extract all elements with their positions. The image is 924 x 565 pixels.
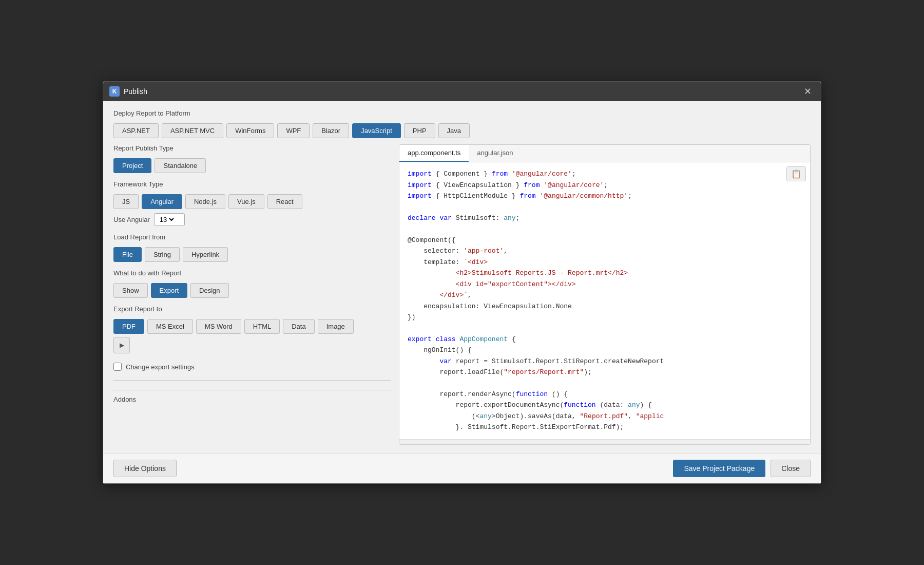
title-bar-left: K Publish [109,86,147,97]
publish-project-btn[interactable]: Project [113,158,151,173]
publish-dialog: K Publish ✕ Deploy Report to Platform AS… [103,81,821,484]
platform-aspnet-mvc[interactable]: ASP.NET MVC [162,123,223,138]
angular-version-label: Use Angular [113,216,150,223]
angular-version-select[interactable]: 13 12 11 10 [154,213,185,226]
publish-type-row: Project Standalone [113,158,391,173]
export-msword-btn[interactable]: MS Word [196,319,241,334]
export-to-row: PDF MS Excel MS Word HTML Data Image [113,319,391,334]
change-export-checkbox[interactable] [113,363,122,371]
framework-section: Framework Type JS Angular Node.js Vue.js… [113,180,391,226]
action-design-btn[interactable]: Design [190,283,228,298]
framework-row: JS Angular Node.js Vue.js React [113,194,391,209]
play-btn-row: ▶ [113,337,391,353]
dialog-body: Deploy Report to Platform ASP.NET ASP.NE… [103,101,821,453]
load-report-section: Load Report from File String Hyperlink [113,233,391,262]
deploy-label: Deploy Report to Platform [113,109,811,117]
platform-winforms[interactable]: WinForms [226,123,274,138]
separator [113,380,391,381]
report-action-section: What to do with Report Show Export Desig… [113,269,391,298]
load-report-label: Load Report from [113,233,391,241]
load-report-row: File String Hyperlink [113,247,391,262]
platform-java[interactable]: Java [438,123,470,138]
change-export-row: Change export settings [113,363,391,371]
framework-angular[interactable]: Angular [142,194,182,209]
export-data-btn[interactable]: Data [283,319,314,334]
angular-version-row: Use Angular 13 12 11 10 [113,213,391,226]
action-show-btn[interactable]: Show [113,283,148,298]
code-panel: app.component.ts angular.json 📋 import {… [399,144,811,445]
export-to-label: Export Report to [113,305,391,313]
save-project-button[interactable]: Save Project Package [673,460,765,477]
platform-php[interactable]: PHP [404,123,435,138]
main-content: Report Publish Type Project Standalone F… [113,144,811,445]
load-hyperlink-btn[interactable]: Hyperlink [183,247,228,262]
scrollbar-filler [399,439,810,444]
export-image-btn[interactable]: Image [318,319,354,334]
platform-aspnet[interactable]: ASP.NET [113,123,159,138]
tab-app-component[interactable]: app.component.ts [399,145,469,162]
title-close-button[interactable]: ✕ [801,85,815,98]
angular-version-dropdown[interactable]: 13 12 11 10 [158,215,176,224]
framework-react[interactable]: React [267,194,302,209]
framework-nodejs[interactable]: Node.js [185,194,225,209]
report-action-row: Show Export Design [113,283,391,298]
code-tabs: app.component.ts angular.json [399,145,810,162]
export-html-btn[interactable]: HTML [244,319,280,334]
report-action-label: What to do with Report [113,269,391,277]
platform-row: ASP.NET ASP.NET MVC WinForms WPF Blazor … [113,123,811,138]
publish-type-label: Report Publish Type [113,144,391,152]
load-string-btn[interactable]: String [145,247,180,262]
play-button[interactable]: ▶ [113,337,130,353]
platform-javascript[interactable]: JavaScript [352,123,401,138]
action-export-btn[interactable]: Export [151,283,188,298]
close-button[interactable]: Close [771,460,811,477]
change-export-label: Change export settings [126,363,195,371]
tab-angular-json[interactable]: angular.json [469,145,521,162]
platform-wpf[interactable]: WPF [277,123,310,138]
framework-label: Framework Type [113,180,391,188]
export-pdf-btn[interactable]: PDF [113,319,144,334]
export-to-section: Export Report to PDF MS Excel MS Word HT… [113,305,391,353]
deploy-section: Deploy Report to Platform ASP.NET ASP.NE… [113,109,811,138]
title-bar: K Publish ✕ [103,82,821,101]
addons-section: Addons [113,390,391,403]
publish-type-section: Report Publish Type Project Standalone [113,144,391,173]
footer-left: Hide Options [113,460,177,477]
footer-right: Save Project Package Close [673,460,811,477]
load-file-btn[interactable]: File [113,247,142,262]
app-icon: K [109,86,120,97]
hide-options-button[interactable]: Hide Options [113,460,177,477]
export-msexcel-btn[interactable]: MS Excel [147,319,193,334]
framework-vuejs[interactable]: Vue.js [228,194,264,209]
code-content: 📋 import { Component } from '@angular/co… [399,162,810,439]
framework-js[interactable]: JS [113,194,139,209]
dialog-footer: Hide Options Save Project Package Close [103,453,821,483]
left-panel: Report Publish Type Project Standalone F… [113,144,391,445]
dialog-title: Publish [124,87,147,96]
platform-blazor[interactable]: Blazor [313,123,349,138]
code-text: import { Component } from '@angular/core… [408,168,802,433]
copy-code-button[interactable]: 📋 [786,166,806,181]
addons-title: Addons [113,396,391,403]
publish-standalone-btn[interactable]: Standalone [155,158,206,173]
